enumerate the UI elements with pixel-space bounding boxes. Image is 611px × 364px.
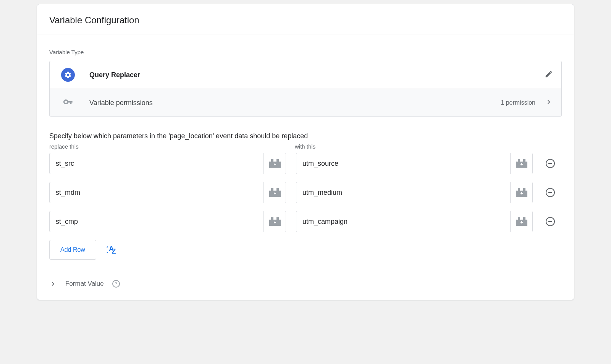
column-header-replace: replace this — [49, 143, 285, 150]
variable-type-label: Variable Type — [49, 49, 562, 55]
remove-row-button[interactable] — [543, 214, 558, 229]
with-input-combo — [296, 211, 533, 232]
remove-row-button[interactable] — [543, 156, 558, 171]
with-input[interactable] — [296, 211, 510, 232]
with-input[interactable] — [296, 182, 510, 203]
permissions-label: Variable permissions — [89, 99, 153, 107]
column-header-with: with this — [295, 143, 530, 150]
with-input[interactable] — [296, 153, 510, 174]
replace-input[interactable] — [50, 182, 263, 203]
card-title: Variable Configuration — [49, 15, 562, 26]
help-icon[interactable]: ? — [112, 280, 120, 288]
replace-input-combo — [49, 153, 286, 174]
variable-picker-icon[interactable] — [263, 182, 286, 203]
svg-rect-18 — [518, 188, 520, 191]
replace-input[interactable] — [50, 153, 263, 174]
svg-rect-28 — [275, 221, 275, 223]
svg-rect-19 — [523, 188, 525, 191]
format-value-label: Format Value — [65, 280, 104, 288]
with-input-combo — [296, 182, 533, 203]
with-input-combo — [296, 153, 533, 174]
svg-rect-31 — [523, 217, 525, 220]
variable-type-row[interactable]: Query Replacer — [50, 61, 561, 89]
card-header: Variable Configuration — [37, 4, 574, 34]
replace-input[interactable] — [50, 211, 263, 232]
svg-rect-30 — [518, 217, 520, 220]
param-row — [49, 182, 562, 203]
svg-rect-1 — [271, 159, 273, 162]
svg-rect-6 — [518, 159, 520, 162]
param-row — [49, 153, 562, 174]
variable-config-card: Variable Configuration Variable Type Que… — [37, 4, 574, 300]
svg-rect-13 — [271, 188, 273, 191]
svg-text:Z: Z — [112, 248, 116, 255]
svg-rect-14 — [276, 188, 279, 191]
svg-rect-2 — [276, 159, 279, 162]
svg-rect-26 — [276, 217, 279, 220]
svg-rect-9 — [521, 163, 522, 165]
svg-rect-4 — [275, 163, 275, 165]
add-row-button[interactable]: Add Row — [49, 240, 96, 260]
svg-rect-21 — [521, 192, 522, 194]
svg-rect-7 — [523, 159, 525, 162]
variable-picker-icon[interactable] — [510, 153, 532, 174]
format-value-row[interactable]: Format Value ? — [49, 280, 562, 292]
remove-row-button[interactable] — [543, 185, 558, 200]
variable-picker-icon[interactable] — [263, 211, 286, 232]
chevron-right-icon — [49, 280, 57, 288]
table-headers: replace this with this — [49, 143, 562, 150]
variable-picker-icon[interactable] — [263, 153, 286, 174]
replace-input-combo — [49, 211, 286, 232]
sort-az-button[interactable]: A Z — [105, 244, 116, 256]
variable-type-box: Query Replacer Variable permissions 1 pe… — [49, 61, 562, 117]
variable-picker-icon[interactable] — [510, 211, 532, 232]
svg-rect-16 — [275, 192, 275, 194]
key-icon — [61, 97, 75, 108]
card-body: Variable Type Query Replacer Variable pe… — [37, 34, 574, 300]
replace-input-combo — [49, 182, 286, 203]
svg-rect-33 — [521, 221, 522, 223]
rows-container — [49, 153, 562, 232]
variable-picker-icon[interactable] — [510, 182, 532, 203]
chevron-right-icon — [545, 98, 553, 108]
param-row — [49, 211, 562, 232]
variable-permissions-row[interactable]: Variable permissions 1 permission — [50, 89, 561, 116]
edit-icon[interactable] — [545, 70, 553, 80]
instruction-text: Specify below which parameters in the 'p… — [49, 132, 562, 140]
divider — [49, 273, 562, 273]
actions-row: Add Row A Z — [49, 240, 562, 260]
gear-icon — [61, 68, 75, 82]
variable-type-name: Query Replacer — [89, 71, 140, 79]
svg-rect-25 — [271, 217, 273, 220]
permissions-count: 1 permission — [501, 99, 535, 106]
